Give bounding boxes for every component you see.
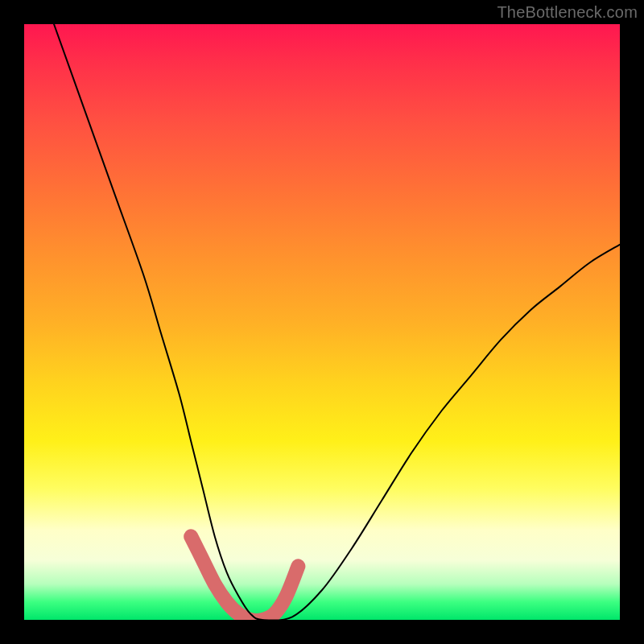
- curve-layer: [24, 24, 620, 620]
- chart-stage: TheBottleneck.com: [0, 0, 644, 644]
- watermark-text: TheBottleneck.com: [497, 3, 638, 22]
- main-curve: [54, 24, 620, 620]
- plot-area: [24, 24, 620, 620]
